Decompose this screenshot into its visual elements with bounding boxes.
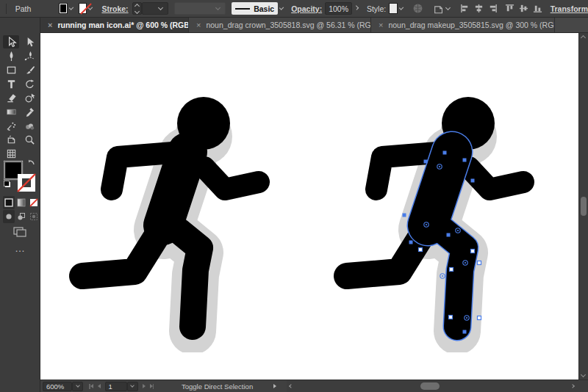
status-menu-icon[interactable] [273, 384, 276, 388]
tab-label: running man icon.ai* @ 600 % (RGB/Previe… [57, 21, 189, 29]
stroke-color-swatch[interactable] [79, 3, 87, 14]
align-left-icon[interactable] [460, 4, 470, 13]
shape-builder-tool[interactable] [21, 91, 37, 104]
page-dropdown[interactable] [127, 382, 138, 391]
opacity-panel-link[interactable]: Opacity: [291, 4, 322, 13]
align-top-icon[interactable] [505, 4, 514, 13]
edit-toolbar-button[interactable]: … [0, 242, 40, 254]
close-icon[interactable]: × [379, 21, 383, 29]
gradient-tool[interactable] [3, 105, 19, 118]
screen-mode-button[interactable] [10, 225, 29, 239]
rectangle-tool[interactable] [3, 63, 19, 76]
canvas-area[interactable] [40, 33, 578, 380]
fill-stroke-indicator[interactable] [4, 159, 36, 192]
width-profile-dropdown[interactable] [174, 2, 226, 15]
stroke-panel-link[interactable]: Stroke: [101, 4, 128, 13]
chevron-down-icon[interactable] [279, 5, 284, 10]
recolor-artwork-icon[interactable] [412, 3, 423, 14]
horizontal-scroll-thumb[interactable] [420, 382, 440, 390]
horizontal-scrollbar[interactable] [287, 380, 578, 392]
align-horizontal-center-icon[interactable] [474, 4, 484, 13]
document-tab-bar: × running man icon.ai* @ 600 % (RGB/Prev… [40, 18, 588, 33]
tab-running-man[interactable]: × running man icon.ai* @ 600 % (RGB/Prev… [40, 18, 189, 32]
close-icon[interactable]: × [196, 21, 201, 29]
zoom-level-dropdown[interactable] [72, 382, 83, 391]
next-page-icon[interactable] [143, 384, 146, 388]
eyedropper-tool[interactable] [21, 105, 37, 118]
gradient-button[interactable] [15, 196, 27, 209]
divider [6, 4, 7, 14]
tab-label: noun_drag makeup_3505815.svg @ 300 % (RG… [388, 21, 555, 29]
scroll-up-icon[interactable] [581, 35, 586, 40]
direct-selection-tool[interactable] [21, 35, 37, 48]
color-button[interactable] [3, 196, 15, 209]
chevron-down-icon[interactable] [88, 5, 93, 10]
blend-tool[interactable] [3, 119, 19, 132]
chevron-right-icon[interactable] [354, 5, 359, 10]
align-vertical-center-icon[interactable] [519, 4, 528, 13]
curvature-tool[interactable] [21, 49, 37, 62]
status-tool-hint[interactable]: Toggle Direct Selection [182, 382, 253, 391]
vertical-scroll-thumb[interactable] [581, 197, 587, 216]
chevron-down-icon[interactable] [399, 5, 404, 10]
stroke-weight-stepper[interactable] [132, 2, 142, 15]
tools-panel: … [0, 18, 40, 392]
previous-page-icon[interactable] [98, 384, 101, 388]
draw-inside-button[interactable] [28, 210, 40, 223]
isolate-options-icon[interactable] [433, 4, 452, 14]
brush-style-value: Basic [254, 4, 274, 13]
scrollbar-corner [578, 380, 588, 392]
align-right-icon[interactable] [488, 4, 498, 13]
eraser-tool[interactable] [3, 91, 19, 104]
last-page-icon[interactable] [150, 384, 154, 389]
pen-tool[interactable] [3, 49, 19, 62]
selection-type-label: Path [15, 4, 32, 13]
rotate-tool[interactable] [21, 77, 37, 90]
scroll-left-icon[interactable] [289, 384, 293, 388]
chevron-down-icon[interactable] [69, 5, 74, 10]
zoom-tool[interactable] [21, 133, 37, 146]
illustrator-window: Path Stroke: Basic Opacity: 100% Style: [0, 0, 588, 392]
running-man-artwork[interactable] [66, 95, 279, 352]
tab-makeup[interactable]: × noun_drag makeup_3505815.svg @ 300 % (… [371, 18, 555, 32]
draw-normal-button[interactable] [3, 210, 15, 223]
symbol-sprayer-tool[interactable] [21, 119, 37, 132]
tab-label: noun_drag crown_3505818.svg @ 56.31 % (R… [206, 21, 371, 29]
tab-crown[interactable]: × noun_drag crown_3505818.svg @ 56.31 % … [189, 18, 371, 32]
stroke-preview-line [235, 8, 250, 10]
page-number-input[interactable]: 1 [105, 382, 127, 391]
vertical-scrollbar[interactable] [578, 33, 588, 380]
scroll-right-icon[interactable] [570, 384, 575, 388]
align-bottom-icon[interactable] [533, 4, 542, 13]
opacity-input[interactable]: 100% [325, 2, 352, 15]
paintbrush-tool[interactable] [21, 63, 37, 76]
graphic-style-swatch[interactable] [389, 3, 398, 14]
none-button[interactable] [28, 196, 40, 209]
first-page-icon[interactable] [89, 384, 93, 389]
artboard-tool[interactable] [3, 133, 19, 146]
type-tool[interactable] [3, 77, 19, 90]
running-man-artwork-selected[interactable] [331, 95, 544, 352]
zoom-level-input[interactable]: 600% [43, 382, 72, 391]
brush-definition-dropdown[interactable]: Basic [232, 2, 278, 15]
draw-behind-button[interactable] [15, 210, 27, 223]
selection-tool[interactable] [3, 35, 19, 48]
control-bar: Path Stroke: Basic Opacity: 100% Style: [0, 0, 588, 18]
style-label: Style: [367, 4, 386, 13]
transform-panel-link[interactable]: Transform [551, 4, 588, 13]
stroke-weight-dropdown[interactable] [142, 2, 168, 15]
fill-color-swatch[interactable] [59, 3, 68, 14]
scroll-down-icon[interactable] [581, 372, 586, 377]
close-icon[interactable]: × [48, 21, 52, 29]
stroke-none-swatch [18, 174, 35, 192]
status-bar: 600% 1 Toggle Direct Selection [40, 380, 588, 392]
